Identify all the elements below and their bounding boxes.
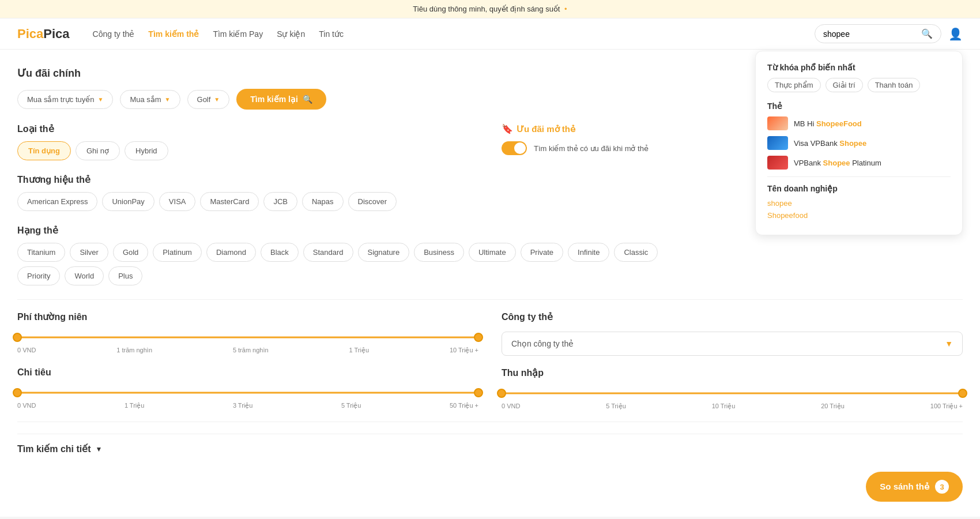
card-icon-vpbank-platinum xyxy=(767,156,788,170)
spend-income-row: Chi tiêu 0 VND 1 Triệu 3 Triệu 5 Triệu 5… xyxy=(17,367,963,410)
logo-part2: Pica xyxy=(43,27,69,41)
nav-tim-kiem-the[interactable]: Tìm kiếm thẻ xyxy=(148,29,199,39)
business-link-shopee[interactable]: shopee xyxy=(767,199,951,208)
chip-signature[interactable]: Signature xyxy=(358,243,410,262)
annual-fee-labels: 0 VND 1 trăm nghìn 5 trăm nghìn 1 Triệu … xyxy=(17,347,478,354)
arrow-icon-2: ▼ xyxy=(165,96,171,103)
spending-thumb-left[interactable] xyxy=(13,388,22,397)
search-again-icon: 🔍 xyxy=(303,95,312,104)
income-thumb-left[interactable] xyxy=(497,389,506,398)
annual-fee-thumb-left[interactable] xyxy=(13,333,22,342)
chip-silver[interactable]: Silver xyxy=(70,243,108,262)
company-placeholder: Chọn công ty thẻ xyxy=(511,339,574,348)
promo-open-title: Ưu đãi mở thẻ xyxy=(517,124,575,134)
promo-toggle-text: Tìm kiếm thẻ có ưu đãi khi mở thẻ xyxy=(534,144,649,153)
chip-infinite[interactable]: Infinite xyxy=(568,243,609,262)
spending-thumb-right[interactable] xyxy=(474,388,483,397)
chip-ultimate[interactable]: Ultimate xyxy=(469,243,516,262)
business-link-shopeefood[interactable]: Shopeefood xyxy=(767,211,951,220)
label-1trieu: 1 Triệu xyxy=(349,347,370,354)
annual-fee-block: Phí thường niên 0 VND 1 trăm nghìn 5 tră… xyxy=(17,311,478,356)
filter-mua-sam-truc-tuyen[interactable]: Mua sắm trực tuyến ▼ xyxy=(17,90,113,109)
tab-tin-dung[interactable]: Tín dụng xyxy=(17,141,71,160)
label-10trieu: 10 Triệu + xyxy=(450,347,478,354)
toggle-knob xyxy=(514,142,526,154)
spending-label-3: 3 Triệu xyxy=(233,402,253,409)
divider-1 xyxy=(17,299,963,300)
card-item-visa-vpbank[interactable]: Visa VPBank Shopee xyxy=(767,136,951,150)
card-item-mbhi[interactable]: MB Hi ShopeeFood xyxy=(767,116,951,130)
card-type-tabs: Tín dụng Ghi nợ Hybrid xyxy=(17,141,478,160)
search-input[interactable] xyxy=(823,29,921,39)
chip-black[interactable]: Black xyxy=(261,243,299,262)
nav-su-kien[interactable]: Sự kiện xyxy=(277,29,305,39)
search-again-button[interactable]: Tìm kiếm lại 🔍 xyxy=(236,89,326,110)
filter-mua-sam[interactable]: Mua sắm ▼ xyxy=(120,90,180,109)
logo[interactable]: PicaPica xyxy=(17,27,70,42)
spending-label-0: 0 VND xyxy=(17,402,36,409)
card-company-title: Công ty thẻ xyxy=(502,311,963,322)
card-item-vpbank-platinum[interactable]: VPBank Shopee Platinum xyxy=(767,156,951,170)
banner-dot[interactable]: • xyxy=(564,5,567,13)
chip-napas[interactable]: Napas xyxy=(302,192,344,211)
card-name-vpbank-platinum: VPBank Shopee Platinum xyxy=(794,159,881,167)
annual-fee-title: Phí thường niên xyxy=(17,311,478,322)
income-label-5: 5 Triệu xyxy=(606,403,626,410)
chip-classic[interactable]: Classic xyxy=(614,243,658,262)
chip-business[interactable]: Business xyxy=(414,243,464,262)
income-slider[interactable] xyxy=(502,388,963,399)
fee-company-row: Phí thường niên 0 VND 1 trăm nghìn 5 tră… xyxy=(17,311,963,356)
chip-diamond[interactable]: Diamond xyxy=(206,243,256,262)
chip-plus[interactable]: Plus xyxy=(108,266,142,285)
cards-title: Thẻ xyxy=(767,101,951,111)
compare-button[interactable]: So sánh thẻ 3 xyxy=(866,472,963,502)
arrow-icon: ▼ xyxy=(97,96,103,103)
user-icon[interactable]: 👤 xyxy=(948,27,963,41)
annual-fee-track xyxy=(17,337,478,339)
income-labels: 0 VND 5 Triệu 10 Triệu 20 Triệu 100 Triệ… xyxy=(502,403,963,410)
chip-platinum[interactable]: Platinum xyxy=(153,243,202,262)
spending-slider[interactable] xyxy=(17,387,478,398)
annual-fee-thumb-right[interactable] xyxy=(474,333,483,342)
search-submit-button[interactable]: 🔍 xyxy=(921,28,933,39)
search-detail-title: Tìm kiếm chi tiết xyxy=(17,443,91,454)
income-thumb-right[interactable] xyxy=(958,389,967,398)
income-block: Thu nhập 0 VND 5 Triệu 10 Triệu 20 Triệu… xyxy=(502,367,963,410)
nav-tin-tuc[interactable]: Tin tức xyxy=(319,29,344,39)
tag-thuc-pham[interactable]: Thực phẩm xyxy=(767,78,821,92)
chip-titanium[interactable]: Titanium xyxy=(17,243,65,262)
chip-private[interactable]: Private xyxy=(521,243,563,262)
chip-standard[interactable]: Standard xyxy=(303,243,353,262)
label-1tram: 1 trăm nghìn xyxy=(116,347,152,354)
chip-jcb[interactable]: JCB xyxy=(263,192,297,211)
logo-part1: Pica xyxy=(17,27,43,41)
promo-toggle[interactable] xyxy=(502,141,527,155)
chip-gold[interactable]: Gold xyxy=(113,243,148,262)
annual-fee-slider[interactable] xyxy=(17,332,478,343)
tag-giai-tri[interactable]: Giải trí xyxy=(826,78,863,92)
chip-priority[interactable]: Priority xyxy=(17,266,60,285)
divider-2 xyxy=(17,422,963,422)
spending-label-1: 1 Triệu xyxy=(125,402,145,409)
nav-cong-ty-the[interactable]: Công ty thẻ xyxy=(93,29,135,39)
company-select[interactable]: Chọn công ty thẻ ▼ xyxy=(502,332,963,356)
chip-amex[interactable]: American Express xyxy=(17,192,97,211)
income-label-20: 20 Triệu xyxy=(821,403,845,410)
chip-discover[interactable]: Discover xyxy=(348,192,397,211)
header-right: 🔍 👤 xyxy=(815,24,963,43)
search-detail-row[interactable]: Tìm kiếm chi tiết ▼ xyxy=(17,434,963,464)
card-name-mbhi: MB Hi ShopeeFood xyxy=(794,119,862,128)
tag-thanh-toan[interactable]: Thanh toán xyxy=(868,78,921,92)
spending-label-50: 50 Triệu + xyxy=(450,402,478,409)
chip-visa[interactable]: VISA xyxy=(159,192,196,211)
top-banner: Tiêu dùng thông minh, quyết định sáng su… xyxy=(0,0,980,18)
nav-tim-kiem-pay[interactable]: Tìm kiếm Pay xyxy=(213,29,263,39)
chip-mastercard[interactable]: MasterCard xyxy=(200,192,259,211)
spending-block: Chi tiêu 0 VND 1 Triệu 3 Triệu 5 Triệu 5… xyxy=(17,367,478,410)
tab-ghi-no[interactable]: Ghi nợ xyxy=(76,141,120,160)
chip-unionpay[interactable]: UnionPay xyxy=(102,192,154,211)
filter-golf[interactable]: Golf ▼ xyxy=(187,90,230,109)
chip-world[interactable]: World xyxy=(65,266,104,285)
tab-hybrid[interactable]: Hybrid xyxy=(125,141,168,160)
label-5tram: 5 trăm nghìn xyxy=(233,347,269,354)
